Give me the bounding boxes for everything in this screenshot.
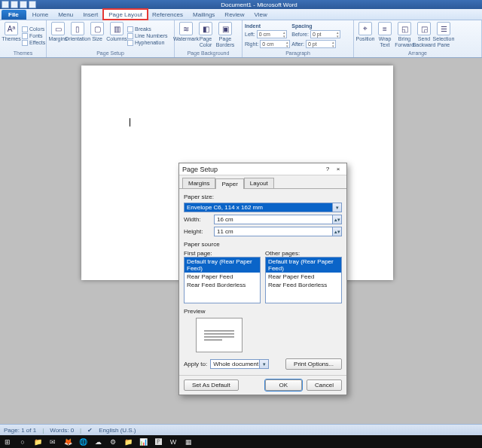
preview-thumbnail xyxy=(196,318,243,352)
effects-row[interactable]: Effects xyxy=(22,40,45,46)
dtab-paper[interactable]: Paper xyxy=(215,178,243,189)
columns-button[interactable]: ▥Columns xyxy=(108,22,126,50)
edge-icon[interactable]: 🌐 xyxy=(77,437,89,447)
tab-mailings[interactable]: Mailings xyxy=(188,9,220,20)
breaks-row[interactable]: Breaks xyxy=(127,26,168,32)
dialog-tabs: Margins Paper Layout xyxy=(179,175,346,188)
other-pages-list[interactable]: Default tray (Rear Paper Feed) Rear Pape… xyxy=(265,257,342,303)
dialog-titlebar: Page Setup ? × xyxy=(179,163,346,175)
size-button[interactable]: ▢Size xyxy=(88,22,106,50)
status-words[interactable]: Words: 0 xyxy=(50,427,74,434)
width-input[interactable]: 16 cm▴▾ xyxy=(214,215,342,224)
position-button[interactable]: ⌖Position xyxy=(356,22,374,50)
set-default-button[interactable]: Set As Default xyxy=(184,379,239,391)
themes-button[interactable]: AªThemes xyxy=(2,22,20,50)
height-label: Height: xyxy=(184,228,211,235)
height-row: Height: 11 cm▴▾ xyxy=(184,227,342,236)
spacing-before[interactable]: Before:0 pt xyxy=(291,30,340,38)
group-page-bg-label: Page Background xyxy=(177,50,239,57)
qat-save-icon[interactable] xyxy=(11,1,18,8)
first-page-list[interactable]: Default tray (Rear Paper Feed) Rear Pape… xyxy=(184,257,261,303)
word-task-icon[interactable]: W xyxy=(167,437,179,447)
dialog-help-icon[interactable]: ? xyxy=(322,166,333,172)
status-bar: Page: 1 of 1| Words: 0| ✔ English (U.S.) xyxy=(0,424,482,435)
paper-size-label: Paper size: xyxy=(184,194,342,200)
print-options-button[interactable]: Print Options... xyxy=(285,358,342,370)
width-row: Width: 16 cm▴▾ xyxy=(184,215,342,224)
qat-redo-icon[interactable] xyxy=(29,1,36,8)
group-page-setup-label: Page Setup xyxy=(49,50,172,57)
page-color-button[interactable]: ◧Page Color xyxy=(197,22,215,50)
indent-left[interactable]: Left:0 cm xyxy=(245,30,290,38)
window-title: Document1 - Microsoft Word xyxy=(38,2,480,8)
fonts-row[interactable]: Fonts xyxy=(22,33,45,39)
hyphenation-row[interactable]: Hyphenation xyxy=(127,40,168,46)
wrap-text-button[interactable]: ≡Wrap Text xyxy=(376,22,394,50)
onedrive-icon[interactable]: ☁ xyxy=(92,437,104,447)
tab-references[interactable]: References xyxy=(148,9,188,20)
folder-icon[interactable]: 📁 xyxy=(122,437,134,447)
group-page-setup: ▭Margins ▯Orientation ▢Size ▥Columns Bre… xyxy=(47,20,175,57)
ok-button[interactable]: OK xyxy=(265,379,303,391)
tab-review[interactable]: Review xyxy=(220,9,249,20)
mail-icon[interactable]: ✉ xyxy=(47,437,59,447)
dialog-body: Paper size: Envelope C6, 114 x 162 mm▾ W… xyxy=(179,188,346,375)
status-language[interactable]: English (U.S.) xyxy=(99,427,136,434)
tab-menu[interactable]: Menu xyxy=(53,9,78,20)
send-backward-button[interactable]: ◲Send Backward xyxy=(415,22,433,50)
qat-undo-icon[interactable] xyxy=(20,1,27,8)
tab-page-layout[interactable]: Page Layout xyxy=(103,9,148,20)
firefox-icon[interactable]: 🦊 xyxy=(62,437,74,447)
page-borders-button[interactable]: ▣Page Borders xyxy=(216,22,234,50)
preview-label: Preview xyxy=(184,308,342,315)
colors-row[interactable]: Colors xyxy=(22,26,45,32)
dialog-close-icon[interactable]: × xyxy=(333,166,343,172)
excel-icon[interactable]: 📊 xyxy=(137,437,149,447)
bring-forward-button[interactable]: ◱Bring Forward xyxy=(395,22,413,50)
dtab-layout[interactable]: Layout xyxy=(244,178,274,188)
group-arrange-label: Arrange xyxy=(356,50,479,57)
group-paragraph: Indent Left:0 cm Right:0 cm Spacing Befo… xyxy=(243,20,354,57)
paper-source-label: Paper source xyxy=(184,241,342,248)
page-setup-dialog: Page Setup ? × Margins Paper Layout Pape… xyxy=(178,163,347,395)
watermark-button[interactable]: ≋Watermark xyxy=(177,22,195,50)
spacing-header: Spacing xyxy=(291,23,340,29)
word-icon xyxy=(2,1,9,8)
orientation-button[interactable]: ▯Orientation xyxy=(69,22,87,50)
dialog-title: Page Setup xyxy=(182,166,322,173)
ribbon: AªThemes Colors Fonts Effects Themes ▭Ma… xyxy=(0,20,482,58)
apply-to-label: Apply to: xyxy=(184,361,207,367)
tab-home[interactable]: Home xyxy=(28,9,53,20)
taskbar: ⊞ ○ 📁 ✉ 🦊 🌐 ☁ ⚙ 📁 📊 🅿 W ▦ xyxy=(0,435,482,448)
tab-view[interactable]: View xyxy=(250,9,273,20)
first-page-label: First page: xyxy=(184,250,261,257)
tab-insert[interactable]: Insert xyxy=(78,9,103,20)
cancel-button[interactable]: Cancel xyxy=(307,379,342,391)
indent-right[interactable]: Right:0 cm xyxy=(245,40,290,48)
explorer-icon[interactable]: 📁 xyxy=(32,437,44,447)
status-proof-icon[interactable]: ✔ xyxy=(87,427,93,434)
indent-header: Indent xyxy=(245,23,290,29)
quick-access-toolbar: Document1 - Microsoft Word xyxy=(0,0,482,9)
paper-size-combo[interactable]: Envelope C6, 114 x 162 mm▾ xyxy=(184,203,342,212)
tab-file[interactable]: File xyxy=(2,10,26,20)
line-numbers-row[interactable]: Line Numbers xyxy=(127,33,168,39)
height-input[interactable]: 11 cm▴▾ xyxy=(214,227,342,236)
ribbon-tabs: File Home Menu Insert Page Layout Refere… xyxy=(0,9,482,20)
status-page[interactable]: Page: 1 of 1 xyxy=(4,427,36,434)
other-task-icon[interactable]: ▦ xyxy=(182,437,194,447)
powerpoint-icon[interactable]: 🅿 xyxy=(152,437,164,447)
group-themes-label: Themes xyxy=(2,50,44,57)
group-paragraph-label: Paragraph xyxy=(245,50,351,57)
selection-pane-button[interactable]: ☰Selection Pane xyxy=(435,22,453,50)
text-cursor xyxy=(130,118,130,126)
cortana-icon[interactable]: ○ xyxy=(17,437,29,447)
start-icon[interactable]: ⊞ xyxy=(2,437,14,447)
other-pages-label: Other pages: xyxy=(265,250,342,257)
width-label: Width: xyxy=(184,216,211,223)
spacing-after[interactable]: After:0 pt xyxy=(291,40,340,48)
settings-icon[interactable]: ⚙ xyxy=(107,437,119,447)
group-arrange: ⌖Position ≡Wrap Text ◱Bring Forward ◲Sen… xyxy=(354,20,482,57)
apply-to-combo[interactable]: Whole document▾ xyxy=(210,359,269,369)
dtab-margins[interactable]: Margins xyxy=(182,178,215,188)
